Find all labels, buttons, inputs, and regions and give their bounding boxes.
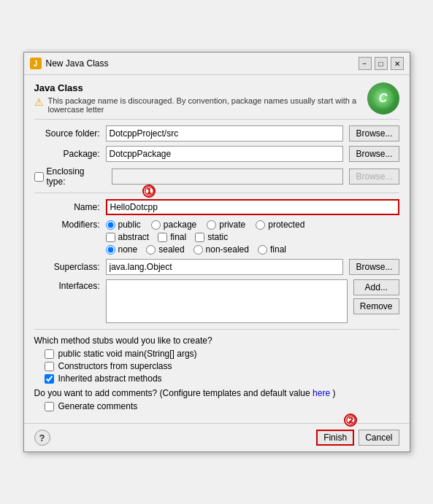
checkbox-final[interactable]: final: [158, 232, 186, 242]
radio-final2[interactable]: final: [258, 244, 286, 255]
radio-protected-input[interactable]: [256, 220, 265, 230]
interfaces-remove-button[interactable]: Remove: [353, 298, 399, 314]
enclosing-type-row: Enclosing type: Browse...: [34, 166, 399, 187]
divider-2: [34, 329, 399, 330]
close-button[interactable]: ✕: [391, 57, 404, 70]
superclass-input[interactable]: [106, 259, 344, 275]
superclass-browse-button[interactable]: Browse...: [349, 259, 399, 275]
stub-option3-checkbox[interactable]: [45, 374, 54, 384]
titlebar: J New Java Class − □ ✕: [24, 53, 410, 75]
cancel-button[interactable]: Cancel: [359, 430, 399, 446]
help-button[interactable]: ?: [34, 430, 50, 446]
footer: ? ② Finish Cancel: [24, 423, 410, 451]
stub-option2-checkbox[interactable]: [45, 362, 54, 371]
finish-button[interactable]: Finish: [316, 430, 354, 446]
package-input[interactable]: [106, 146, 344, 162]
warning-icon: ⚠: [34, 97, 44, 107]
radio-non-sealed[interactable]: non-sealed: [193, 244, 249, 255]
radio-private-input[interactable]: [207, 220, 216, 230]
stub-option1-row: public static void main(String[] args): [45, 349, 399, 359]
warning-box: ⚠ This package name is discouraged. By c…: [34, 96, 361, 114]
interfaces-textarea[interactable]: [106, 279, 348, 323]
checkbox-static-label: static: [207, 232, 228, 242]
modifiers-checkbox-row: abstract final static: [106, 232, 305, 242]
enclosing-type-label: Enclosing type:: [47, 166, 106, 187]
radio-private-label: private: [219, 220, 245, 230]
checkbox-abstract-input[interactable]: [106, 233, 115, 242]
comments-text-row: Do you want to add comments? (Configure …: [34, 388, 399, 398]
source-folder-label: Source folder:: [34, 128, 100, 139]
maximize-button[interactable]: □: [375, 57, 388, 70]
radio-private[interactable]: private: [207, 220, 245, 230]
radio-final2-input[interactable]: [258, 245, 267, 255]
modifiers-group: public package private protected: [106, 220, 305, 255]
radio-sealed-label: sealed: [158, 244, 184, 255]
radio-package[interactable]: package: [151, 220, 196, 230]
checkbox-static[interactable]: static: [195, 232, 228, 242]
generate-comments-row: Generate comments: [34, 401, 399, 411]
package-label: Package:: [34, 149, 100, 159]
minimize-button[interactable]: −: [359, 57, 372, 70]
superclass-label: Superclass:: [34, 262, 100, 272]
method-stubs-section: Which method stubs would you like to cre…: [34, 336, 399, 384]
warning-text: This package name is discouraged. By con…: [48, 96, 361, 114]
radio-final2-label: final: [270, 244, 286, 255]
source-folder-input[interactable]: [106, 125, 344, 141]
radio-package-input[interactable]: [151, 220, 161, 230]
section-header: Java Class ⚠ This package name is discou…: [34, 82, 399, 120]
radio-none[interactable]: none: [106, 244, 138, 255]
circle-1-label: ①: [142, 185, 156, 198]
titlebar-controls: − □ ✕: [359, 57, 404, 70]
enclosing-label-box: Enclosing type:: [34, 166, 106, 187]
radio-public-input[interactable]: [106, 220, 115, 230]
radio-protected[interactable]: protected: [256, 220, 304, 230]
dialog-content: Java Class ⚠ This package name is discou…: [24, 75, 410, 423]
radio-non-sealed-label: non-sealed: [206, 244, 249, 255]
name-input[interactable]: [106, 199, 399, 215]
modifiers-label: Modifiers:: [34, 220, 100, 230]
annotation-circle-1: ①: [142, 185, 156, 198]
stub-option3-row: Inherited abstract methods: [45, 373, 399, 384]
interfaces-label: Interfaces:: [34, 279, 100, 291]
stub-option2-row: Constructors from superclass: [45, 361, 399, 371]
dialog-title: New Java Class: [46, 58, 109, 69]
divider-1: [34, 193, 399, 193]
checkbox-static-input[interactable]: [195, 233, 204, 242]
radio-sealed[interactable]: sealed: [146, 244, 184, 255]
radio-protected-label: protected: [268, 220, 304, 230]
checkbox-final-input[interactable]: [158, 233, 167, 242]
modifiers-radio-row1: public package private protected: [106, 220, 305, 230]
interfaces-buttons: Add... Remove: [353, 279, 399, 314]
radio-public-label: public: [118, 220, 141, 230]
source-folder-browse-button[interactable]: Browse...: [349, 125, 399, 141]
footer-buttons: ② Finish Cancel: [316, 430, 399, 446]
radio-public[interactable]: public: [106, 220, 141, 230]
enclosing-type-input: [112, 168, 344, 185]
radio-non-sealed-input[interactable]: [193, 245, 203, 255]
titlebar-left: J New Java Class: [30, 58, 109, 69]
comments-section: Do you want to add comments? (Configure …: [34, 388, 399, 411]
enclosing-type-checkbox[interactable]: [34, 172, 44, 182]
section-title: Java Class: [34, 82, 361, 93]
package-browse-button[interactable]: Browse...: [349, 146, 399, 162]
enclosing-type-browse-button: Browse...: [349, 168, 399, 185]
method-stubs-title: Which method stubs would you like to cre…: [34, 336, 399, 346]
checkbox-final-label: final: [170, 232, 186, 242]
name-label: Name:: [34, 202, 100, 212]
comments-text: Do you want to add comments? (Configure …: [34, 388, 310, 398]
stub-option1-label: public static void main(String[] args): [58, 349, 197, 359]
comments-link[interactable]: here: [313, 388, 330, 398]
checkbox-abstract[interactable]: abstract: [106, 232, 150, 242]
finish-button-wrapper: ② Finish: [316, 430, 354, 446]
interfaces-add-button[interactable]: Add...: [353, 279, 399, 295]
radio-sealed-input[interactable]: [146, 245, 156, 255]
comments-end-text: ): [332, 388, 335, 398]
stub-option1-checkbox[interactable]: [45, 349, 54, 359]
generate-comments-checkbox[interactable]: [45, 402, 54, 411]
circle-2-label: ②: [344, 414, 357, 427]
source-folder-row: Source folder: Browse...: [34, 125, 399, 141]
modifiers-radio-row3: none sealed non-sealed final: [106, 244, 305, 255]
stub-option3-label: Inherited abstract methods: [58, 373, 162, 384]
eclipse-logo-inner: C: [373, 88, 394, 109]
radio-none-input[interactable]: [106, 245, 115, 255]
